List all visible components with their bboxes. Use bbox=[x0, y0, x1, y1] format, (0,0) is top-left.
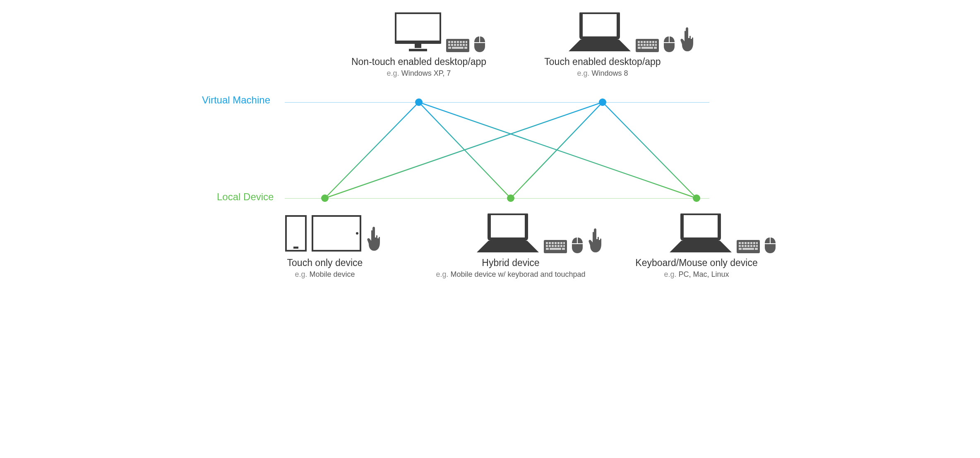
node-kb-mouse: Keyboard/Mouse only device e.g. PC, Mac,… bbox=[622, 257, 771, 279]
icons-kb-mouse bbox=[670, 213, 776, 253]
svg-rect-17 bbox=[466, 44, 467, 46]
svg-rect-45 bbox=[285, 215, 307, 252]
svg-rect-49 bbox=[489, 213, 526, 239]
diagram-canvas: Virtual Machine Local Device Non-touch e… bbox=[167, 0, 813, 301]
row-line-local-device bbox=[285, 198, 709, 199]
node-title: Touch enabled desktop/app bbox=[528, 56, 677, 67]
svg-rect-42 bbox=[654, 47, 657, 49]
keyboard-icon bbox=[636, 39, 659, 52]
laptop-icon bbox=[569, 12, 631, 52]
svg-rect-41 bbox=[641, 47, 653, 49]
svg-rect-19 bbox=[452, 47, 464, 49]
laptop-icon bbox=[477, 213, 539, 253]
touch-hand-icon bbox=[588, 228, 603, 253]
icons-touch-only bbox=[285, 215, 381, 252]
svg-rect-26 bbox=[638, 41, 640, 43]
svg-rect-12 bbox=[451, 44, 453, 46]
svg-rect-69 bbox=[577, 237, 578, 244]
svg-rect-23 bbox=[581, 12, 618, 38]
node-title: Non-touch enabled desktop/app bbox=[344, 56, 493, 67]
svg-rect-55 bbox=[555, 242, 557, 244]
svg-rect-28 bbox=[644, 41, 646, 43]
svg-rect-9 bbox=[463, 41, 465, 43]
icons-non-touch bbox=[395, 12, 485, 52]
svg-rect-58 bbox=[563, 242, 565, 244]
svg-rect-68 bbox=[562, 248, 565, 250]
node-non-touch: Non-touch enabled desktop/app e.g. Windo… bbox=[344, 56, 493, 78]
edge-network bbox=[167, 0, 813, 301]
svg-rect-39 bbox=[655, 44, 657, 46]
svg-rect-7 bbox=[457, 41, 459, 43]
svg-rect-57 bbox=[560, 242, 562, 244]
node-touch: Touch enabled desktop/app e.g. Windows 8 bbox=[528, 56, 677, 78]
svg-rect-21 bbox=[479, 36, 480, 43]
svg-rect-15 bbox=[460, 44, 462, 46]
laptop-icon bbox=[670, 213, 732, 253]
svg-rect-86 bbox=[753, 245, 755, 247]
svg-rect-4 bbox=[448, 41, 450, 43]
svg-rect-14 bbox=[457, 44, 459, 46]
svg-rect-33 bbox=[638, 44, 640, 46]
node-subtitle: e.g. Windows 8 bbox=[528, 69, 677, 78]
svg-rect-44 bbox=[664, 42, 675, 43]
svg-rect-40 bbox=[638, 47, 641, 49]
svg-rect-37 bbox=[649, 44, 651, 46]
svg-rect-20 bbox=[464, 47, 467, 49]
phone-icon bbox=[285, 215, 307, 252]
svg-rect-6 bbox=[454, 41, 456, 43]
svg-rect-74 bbox=[739, 242, 741, 244]
svg-rect-47 bbox=[312, 215, 361, 252]
svg-rect-62 bbox=[555, 245, 557, 247]
svg-rect-64 bbox=[560, 245, 562, 247]
svg-rect-89 bbox=[742, 248, 754, 250]
svg-rect-60 bbox=[549, 245, 551, 247]
svg-marker-50 bbox=[477, 241, 539, 252]
svg-rect-13 bbox=[454, 44, 456, 46]
svg-rect-61 bbox=[552, 245, 554, 247]
svg-rect-92 bbox=[765, 243, 776, 244]
svg-rect-31 bbox=[652, 41, 654, 43]
svg-rect-85 bbox=[750, 245, 752, 247]
svg-rect-46 bbox=[293, 247, 298, 249]
svg-rect-32 bbox=[655, 41, 657, 43]
node-title: Touch only device bbox=[250, 257, 399, 269]
svg-rect-81 bbox=[739, 245, 741, 247]
svg-rect-52 bbox=[546, 242, 548, 244]
svg-rect-56 bbox=[557, 242, 560, 244]
svg-rect-11 bbox=[448, 44, 450, 46]
svg-rect-83 bbox=[745, 245, 747, 247]
edge bbox=[325, 102, 603, 198]
edge bbox=[511, 102, 603, 198]
svg-rect-36 bbox=[646, 44, 649, 46]
svg-rect-63 bbox=[557, 245, 560, 247]
svg-rect-77 bbox=[747, 242, 749, 244]
svg-rect-88 bbox=[739, 248, 742, 250]
edge bbox=[325, 102, 419, 198]
touch-hand-icon bbox=[366, 227, 381, 252]
svg-rect-8 bbox=[460, 41, 462, 43]
svg-rect-59 bbox=[546, 245, 548, 247]
node-touch-only: Touch only device e.g. Mobile device bbox=[250, 257, 399, 279]
svg-marker-24 bbox=[569, 40, 631, 51]
svg-rect-38 bbox=[652, 44, 654, 46]
node-subtitle: e.g. Windows XP, 7 bbox=[344, 69, 493, 78]
svg-marker-72 bbox=[670, 241, 732, 252]
svg-rect-18 bbox=[448, 47, 451, 49]
svg-rect-43 bbox=[669, 36, 670, 43]
icons-hybrid bbox=[477, 213, 603, 253]
svg-point-48 bbox=[356, 232, 358, 235]
svg-rect-79 bbox=[753, 242, 755, 244]
svg-rect-29 bbox=[646, 41, 649, 43]
node-title: Hybrid device bbox=[428, 257, 593, 269]
svg-rect-0 bbox=[395, 12, 441, 42]
svg-rect-30 bbox=[649, 41, 651, 43]
svg-rect-67 bbox=[550, 248, 561, 250]
svg-rect-80 bbox=[756, 242, 758, 244]
keyboard-icon bbox=[737, 240, 760, 253]
svg-rect-71 bbox=[682, 213, 719, 239]
node-hybrid: Hybrid device e.g. Mobile device w/ keyb… bbox=[428, 257, 593, 279]
svg-rect-65 bbox=[563, 245, 565, 247]
svg-rect-5 bbox=[451, 41, 453, 43]
mouse-icon bbox=[765, 237, 776, 253]
mouse-icon bbox=[474, 36, 485, 52]
